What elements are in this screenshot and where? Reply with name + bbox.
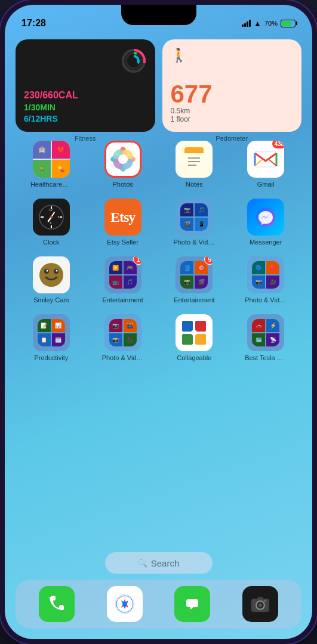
app-item-photovideo3[interactable]: 📷 🎬 📸 🎥 Photo & Video bbox=[87, 314, 159, 361]
app-item-smileycam[interactable]: Smiley Cam bbox=[16, 256, 87, 304]
app-item-gmail[interactable]: 438 Gmail bbox=[230, 141, 301, 188]
svg-rect-43 bbox=[195, 334, 206, 345]
svg-rect-21 bbox=[255, 151, 276, 167]
app-item-healthcare[interactable]: 🏥 ❤️ 🏃 💊 Healthcare&Fit... bbox=[16, 141, 87, 188]
svg-text:6: 6 bbox=[50, 221, 51, 225]
pedometer-distance: 0.5km bbox=[171, 107, 294, 115]
notch bbox=[121, 5, 196, 25]
app-label-photovideo1: Photo & Video bbox=[173, 239, 215, 246]
app-item-notes[interactable]: Notes bbox=[159, 141, 230, 188]
app-label-clock: Clock bbox=[43, 239, 60, 246]
fitness-calories: 230/660CAL bbox=[24, 90, 147, 101]
dock-safari[interactable] bbox=[107, 586, 143, 622]
gmail-badge: 438 bbox=[272, 141, 284, 149]
entertainment2-badge: 5 bbox=[204, 256, 213, 265]
dock bbox=[16, 580, 301, 628]
pedometer-widget[interactable]: 🚶 677 0.5km 1 floor bbox=[162, 39, 302, 132]
app-item-photovideo2[interactable]: 🔵 🔴 📷 🎥 Photo & Video bbox=[230, 256, 301, 304]
pedometer-floors: 1 floor bbox=[171, 115, 294, 123]
healthcare-icon: 🏥 ❤️ 🏃 💊 bbox=[33, 141, 70, 178]
pedometer-steps: 677 bbox=[171, 82, 294, 107]
fitness-move: 1/30MIN bbox=[24, 103, 147, 112]
status-time: 17:28 bbox=[21, 18, 46, 29]
svg-text:3: 3 bbox=[57, 215, 59, 219]
app-label-photovideo2: Photo & Video bbox=[245, 296, 287, 304]
camera-icon bbox=[250, 594, 270, 614]
battery-text: 70% bbox=[264, 20, 278, 27]
productivity-icon: 📝 📊 📋 🗓️ bbox=[33, 314, 70, 351]
search-bar[interactable]: 🔍 Search bbox=[105, 552, 213, 574]
gmail-icon: 438 bbox=[247, 141, 284, 178]
app-label-productivity: Productivity bbox=[34, 354, 68, 361]
photovideo1-icon: 📷 🎵 🎬 📱 bbox=[176, 199, 213, 236]
app-item-tesla[interactable]: 🚗 ⚡ 🗺️ 📡 Best Tesla Apps bbox=[230, 314, 301, 361]
wifi-icon: ▲ bbox=[254, 19, 261, 28]
svg-text:9: 9 bbox=[42, 215, 44, 219]
svg-rect-42 bbox=[182, 334, 193, 345]
svg-point-35 bbox=[39, 263, 63, 287]
app-item-entertainment1[interactable]: 1 ▶️ 🎮 📺 🎵 Entertainment bbox=[87, 256, 159, 304]
dock-messages[interactable] bbox=[174, 586, 210, 622]
app-item-photovideo1[interactable]: 📷 🎵 🎬 📱 Photo & Video bbox=[159, 199, 230, 246]
photovideo2-icon: 🔵 🔴 📷 🎥 bbox=[247, 256, 284, 293]
photos-flower-icon bbox=[110, 146, 136, 172]
safari-icon bbox=[114, 593, 136, 615]
app-label-collageable: Collageable bbox=[177, 354, 211, 361]
tesla-icon: 🚗 ⚡ 🗺️ 📡 bbox=[247, 314, 284, 351]
svg-text:12: 12 bbox=[49, 208, 53, 212]
app-label-tesla: Best Tesla Apps bbox=[245, 354, 287, 361]
clock-icon: 12 6 3 9 bbox=[33, 199, 70, 236]
phone-screen: 17:28 ▲ 70% bbox=[5, 5, 312, 639]
fitness-widget-wrapper: 230/660CAL 1/30MIN 6/12HRS Fitness bbox=[16, 39, 155, 142]
svg-point-33 bbox=[50, 216, 53, 218]
app-item-photos[interactable]: Photos bbox=[87, 141, 159, 188]
smileycam-icon bbox=[33, 256, 70, 293]
dock-phone[interactable] bbox=[39, 586, 75, 622]
app-label-messenger: Messenger bbox=[250, 239, 282, 246]
messages-icon bbox=[182, 594, 202, 614]
app-label-smileycam: Smiley Cam bbox=[33, 296, 69, 304]
app-label-photovideo3: Photo & Video bbox=[102, 354, 144, 361]
svg-point-38 bbox=[46, 270, 48, 272]
activity-rings-icon bbox=[121, 48, 147, 74]
svg-point-14 bbox=[118, 154, 128, 164]
dock-camera[interactable] bbox=[242, 586, 278, 622]
app-item-entertainment2[interactable]: 5 📘 🎯 📸 🎬 Entertainment bbox=[159, 256, 230, 304]
widgets-area: 230/660CAL 1/30MIN 6/12HRS Fitness 🚶 677… bbox=[16, 39, 301, 142]
svg-rect-41 bbox=[195, 321, 206, 332]
search-label: Search bbox=[151, 558, 180, 568]
search-icon: 🔍 bbox=[138, 559, 147, 568]
etsy-icon: Etsy bbox=[104, 199, 141, 236]
app-label-notes: Notes bbox=[186, 181, 203, 188]
svg-point-44 bbox=[191, 330, 197, 336]
svg-rect-17 bbox=[184, 151, 204, 153]
photovideo3-icon: 📷 🎬 📸 🎥 bbox=[104, 314, 141, 351]
entertainment2-icon: 5 📘 🎯 📸 🎬 bbox=[176, 256, 213, 293]
entertainment1-icon: 1 ▶️ 🎮 📺 🎵 bbox=[104, 256, 141, 293]
fitness-stand: 6/12HRS bbox=[24, 114, 147, 123]
fitness-widget[interactable]: 230/660CAL 1/30MIN 6/12HRS bbox=[16, 39, 155, 132]
status-icons: ▲ 70% bbox=[242, 19, 296, 28]
app-item-productivity[interactable]: 📝 📊 📋 🗓️ Productivity bbox=[16, 314, 87, 361]
app-item-collageable[interactable]: Collageable bbox=[159, 314, 230, 361]
app-grid: 🏥 ❤️ 🏃 💊 Healthcare&Fit... bbox=[16, 141, 301, 361]
collageable-icon bbox=[176, 314, 213, 351]
svg-point-39 bbox=[56, 270, 57, 272]
pedometer-widget-wrapper: 🚶 677 0.5km 1 floor Pedometer bbox=[162, 39, 302, 142]
app-label-gmail: Gmail bbox=[257, 181, 275, 188]
app-item-messenger[interactable]: Messenger bbox=[230, 199, 301, 246]
svg-point-56 bbox=[264, 600, 266, 602]
app-item-clock[interactable]: 12 6 3 9 Clock bbox=[16, 199, 87, 246]
signal-icon bbox=[242, 20, 251, 27]
phone-icon bbox=[47, 595, 66, 614]
app-label-etsy: Etsy Seller bbox=[107, 239, 139, 246]
app-label-healthcare: Healthcare&Fit... bbox=[30, 181, 72, 188]
app-label-entertainment2: Entertainment bbox=[174, 296, 214, 304]
app-item-etsy[interactable]: Etsy Etsy Seller bbox=[87, 199, 159, 246]
messenger-icon bbox=[247, 199, 284, 236]
phone-frame: 17:28 ▲ 70% bbox=[0, 0, 317, 644]
svg-rect-40 bbox=[182, 321, 193, 332]
app-label-photos: Photos bbox=[113, 181, 133, 188]
photos-icon bbox=[104, 141, 141, 178]
fitness-data: 230/660CAL 1/30MIN 6/12HRS bbox=[24, 90, 147, 123]
